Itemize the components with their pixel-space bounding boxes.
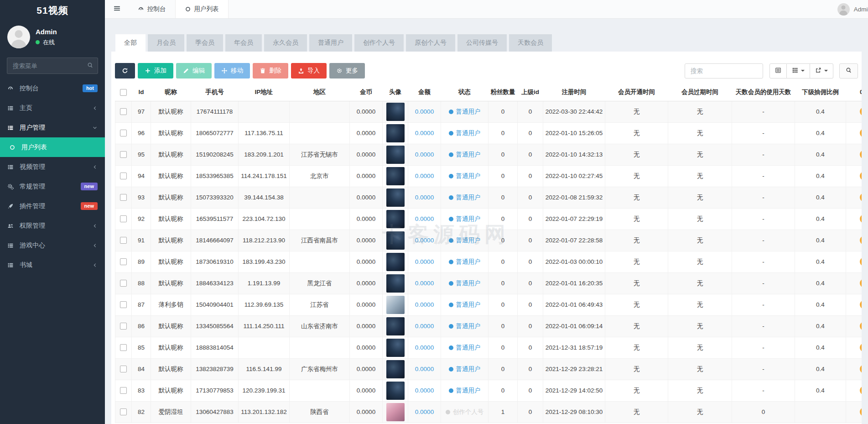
menu-toggle-button[interactable]	[105, 0, 129, 18]
columns-button[interactable]	[787, 63, 810, 79]
amount-link[interactable]: 0.0000	[415, 215, 434, 222]
more-button[interactable]: 更多	[329, 63, 365, 79]
column-header[interactable]: 状态	[441, 84, 489, 101]
row-checkbox[interactable]	[120, 108, 127, 115]
sidebar-item-user-mgmt[interactable]: 用户管理	[0, 118, 105, 137]
column-header[interactable]: 会员过期时间	[668, 84, 732, 101]
sidebar-item-video-mgmt[interactable]: 视频管理	[0, 157, 105, 177]
sidebar-item-home[interactable]: 主页	[0, 98, 105, 118]
column-header[interactable]: 金币	[350, 84, 383, 101]
status-toggle[interactable]	[860, 257, 862, 266]
status-toggle[interactable]	[860, 322, 862, 330]
amount-link[interactable]: 0.0000	[415, 151, 434, 158]
amount-link[interactable]: 0.0000	[415, 301, 434, 308]
add-button[interactable]: 添加	[138, 63, 173, 79]
row-checkbox[interactable]	[120, 237, 127, 244]
row-checkbox[interactable]	[120, 408, 127, 415]
filter-tab-0[interactable]: 全部	[115, 34, 146, 52]
table-search-input[interactable]	[685, 63, 763, 79]
edit-button[interactable]: 编辑	[176, 63, 212, 79]
status-toggle[interactable]	[860, 172, 862, 180]
column-header[interactable]: Id	[132, 84, 151, 101]
row-checkbox[interactable]	[120, 173, 127, 179]
amount-link[interactable]: 0.0000	[415, 237, 434, 244]
amount-link[interactable]: 0.0000	[415, 344, 434, 351]
amount-link[interactable]: 0.0000	[415, 108, 434, 115]
sidebar-item-permission-mgmt[interactable]: 权限管理	[0, 216, 105, 236]
row-checkbox[interactable]	[120, 151, 127, 158]
import-button[interactable]: 导入	[291, 63, 327, 79]
amount-link[interactable]: 0.0000	[415, 194, 434, 201]
row-checkbox[interactable]	[120, 366, 127, 372]
delete-button[interactable]: 删除	[253, 63, 288, 79]
column-header[interactable]: 粉丝数量	[489, 84, 518, 101]
sidebar-item-book-city[interactable]: 书城	[0, 255, 105, 275]
column-header[interactable]: 手机号	[191, 84, 239, 101]
row-checkbox[interactable]	[120, 258, 127, 265]
select-all-checkbox[interactable]	[120, 89, 127, 96]
toggle-view-button[interactable]	[769, 63, 787, 79]
filter-tab-7[interactable]: 原创个人号	[406, 34, 455, 52]
status-toggle[interactable]	[860, 279, 862, 288]
status-toggle[interactable]	[860, 343, 862, 352]
status-toggle[interactable]	[860, 150, 862, 159]
row-checkbox[interactable]	[120, 130, 127, 136]
topbar-tab-user-list[interactable]: 用户列表	[175, 0, 229, 18]
column-header[interactable]: 天数会员的使用天数	[732, 84, 795, 101]
column-header[interactable]: 下级抽佣比例	[795, 84, 846, 101]
amount-link[interactable]: 0.0000	[415, 280, 434, 287]
move-button[interactable]: 移动	[214, 63, 250, 79]
row-checkbox[interactable]	[120, 344, 127, 351]
filter-tab-5[interactable]: 普通用户	[309, 34, 352, 52]
amount-link[interactable]: 0.0000	[415, 366, 434, 372]
column-header[interactable]: IP地址	[239, 84, 290, 101]
filter-tab-4[interactable]: 永久会员	[264, 34, 307, 52]
sidebar-item-plugin-mgmt[interactable]: 插件管理new	[0, 196, 105, 216]
status-toggle[interactable]	[860, 300, 862, 309]
column-header[interactable]: 0=停	[846, 84, 862, 101]
amount-link[interactable]: 0.0000	[415, 387, 434, 394]
sidebar-item-general-mgmt[interactable]: 常规管理new	[0, 177, 105, 196]
column-header[interactable]: 会员开通时间	[605, 84, 668, 101]
row-checkbox[interactable]	[120, 387, 127, 394]
row-checkbox[interactable]	[120, 194, 127, 201]
sidebar-search-input[interactable]	[7, 58, 98, 74]
filter-tab-6[interactable]: 创作个人号	[354, 34, 404, 52]
filter-tab-1[interactable]: 月会员	[148, 34, 184, 52]
status-toggle[interactable]	[860, 215, 862, 223]
column-header[interactable]: 昵称	[151, 84, 191, 101]
status-toggle[interactable]	[860, 386, 862, 395]
status-toggle[interactable]	[860, 236, 862, 245]
status-toggle[interactable]	[860, 408, 862, 416]
sidebar-item-console[interactable]: 控制台hot	[0, 79, 105, 98]
refresh-button[interactable]	[115, 63, 135, 79]
column-header[interactable]: 上级id	[518, 84, 543, 101]
row-checkbox[interactable]	[120, 323, 127, 330]
column-header[interactable]: 金额	[408, 84, 441, 101]
status-toggle[interactable]	[860, 107, 862, 116]
export-button[interactable]	[810, 63, 833, 79]
amount-link[interactable]: 0.0000	[415, 130, 434, 136]
row-checkbox[interactable]	[120, 301, 127, 308]
column-header[interactable]: 地区	[290, 84, 350, 101]
advanced-search-button[interactable]	[839, 63, 858, 79]
filter-tab-9[interactable]: 天数会员	[509, 34, 552, 52]
filter-tab-3[interactable]: 年会员	[225, 34, 262, 52]
filter-tab-8[interactable]: 公司传媒号	[457, 34, 507, 52]
status-toggle[interactable]	[860, 365, 862, 373]
row-checkbox[interactable]	[120, 280, 127, 287]
amount-link[interactable]: 0.0000	[415, 258, 434, 265]
status-toggle[interactable]	[860, 129, 862, 137]
amount-link[interactable]: 0.0000	[415, 408, 434, 415]
filter-tab-2[interactable]: 季会员	[187, 34, 223, 52]
column-header[interactable]: 头像	[383, 84, 408, 101]
column-header[interactable]: 注册时间	[543, 84, 605, 101]
sidebar-item-user-list[interactable]: 用户列表	[0, 137, 105, 157]
topbar-tab-console[interactable]: 控制台	[129, 0, 175, 18]
sidebar-item-game-center[interactable]: 游戏中心	[0, 236, 105, 255]
amount-link[interactable]: 0.0000	[415, 173, 434, 179]
status-toggle[interactable]	[860, 193, 862, 202]
row-checkbox[interactable]	[120, 215, 127, 222]
topbar-user[interactable]: Admin	[837, 0, 868, 19]
amount-link[interactable]: 0.0000	[415, 323, 434, 330]
